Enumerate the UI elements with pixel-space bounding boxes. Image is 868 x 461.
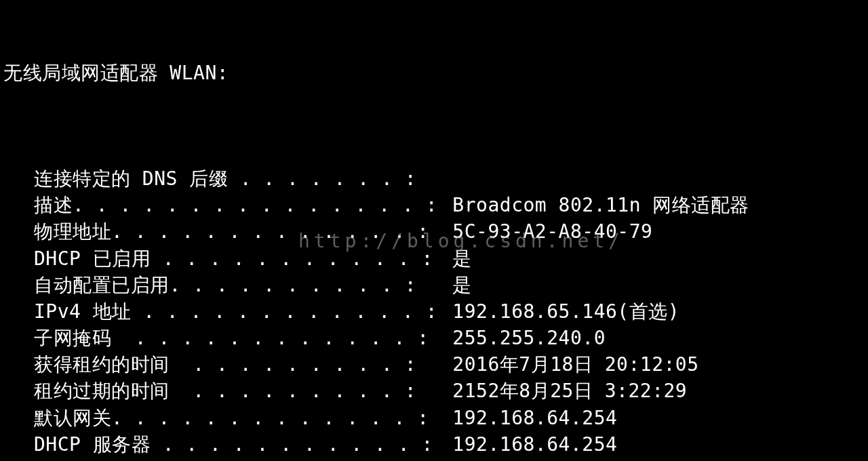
config-label: 连接特定的 DNS 后缀 . . . . . . . : <box>34 165 441 192</box>
config-row: DHCP 已启用 . . . . . . . . . . . : 是 <box>34 245 861 272</box>
config-value: Broadcom 802.11n 网络适配器 <box>441 192 861 218</box>
config-value: 192.168.64.254 <box>441 405 861 431</box>
config-label: 获得租约的时间 . . . . . . . . . : <box>34 351 441 378</box>
config-value: 是 <box>441 245 861 272</box>
config-value: 2152年8月25日 3:22:29 <box>441 378 861 404</box>
config-row: 描述. . . . . . . . . . . . . . . : Broadc… <box>34 192 861 218</box>
config-row: 租约过期的时间 . . . . . . . . . : 2152年8月25日 3… <box>34 378 861 404</box>
config-label: 子网掩码 . . . . . . . . . . . . : <box>34 325 441 351</box>
config-value: 255.255.240.0 <box>441 325 861 351</box>
config-value <box>441 165 861 192</box>
config-row: 物理地址. . . . . . . . . . . . . : 5C-93-A2… <box>34 218 861 245</box>
config-label: DHCP 服务器 . . . . . . . . . . . : <box>34 431 441 458</box>
config-row: 获得租约的时间 . . . . . . . . . : 2016年7月18日 2… <box>34 351 861 378</box>
adapter-header: 无线局域网适配器 WLAN: <box>3 60 861 86</box>
config-row: 默认网关. . . . . . . . . . . . . : 192.168.… <box>34 405 861 431</box>
config-label: 自动配置已启用. . . . . . . . . . : <box>34 272 441 298</box>
config-value: 192.168.64.254 <box>441 431 861 458</box>
config-label: IPv4 地址 . . . . . . . . . . . . : <box>34 298 441 325</box>
config-value: 2016年7月18日 20:12:05 <box>441 351 861 378</box>
config-row: 连接特定的 DNS 后缀 . . . . . . . : <box>34 165 861 192</box>
config-value: 是 <box>441 272 861 298</box>
config-value: 5C-93-A2-A8-40-79 <box>441 218 861 245</box>
config-value: 192.168.65.146(首选) <box>441 298 861 325</box>
config-label: DNS 服务器 . . . . . . . . . . . : <box>34 458 441 461</box>
config-label: 租约过期的时间 . . . . . . . . . : <box>34 378 441 404</box>
config-label: 默认网关. . . . . . . . . . . . . : <box>34 405 441 431</box>
config-value: 114.114.114.114 <box>441 458 861 461</box>
config-label: DHCP 已启用 . . . . . . . . . . . : <box>34 245 441 272</box>
config-row: 子网掩码 . . . . . . . . . . . . : 255.255.2… <box>34 325 861 351</box>
config-label: 描述. . . . . . . . . . . . . . . : <box>34 192 441 218</box>
config-label: 物理地址. . . . . . . . . . . . . : <box>34 218 441 245</box>
config-row: DHCP 服务器 . . . . . . . . . . . : 192.168… <box>34 431 861 458</box>
config-rows: 连接特定的 DNS 后缀 . . . . . . . : 描述. . . . .… <box>7 165 861 461</box>
config-row: 自动配置已启用. . . . . . . . . . : 是 <box>34 272 861 298</box>
config-row: DNS 服务器 . . . . . . . . . . . : 114.114.… <box>34 458 861 461</box>
config-row: IPv4 地址 . . . . . . . . . . . . : 192.16… <box>34 298 861 325</box>
terminal-output: 无线局域网适配器 WLAN: 连接特定的 DNS 后缀 . . . . . . … <box>7 7 861 461</box>
